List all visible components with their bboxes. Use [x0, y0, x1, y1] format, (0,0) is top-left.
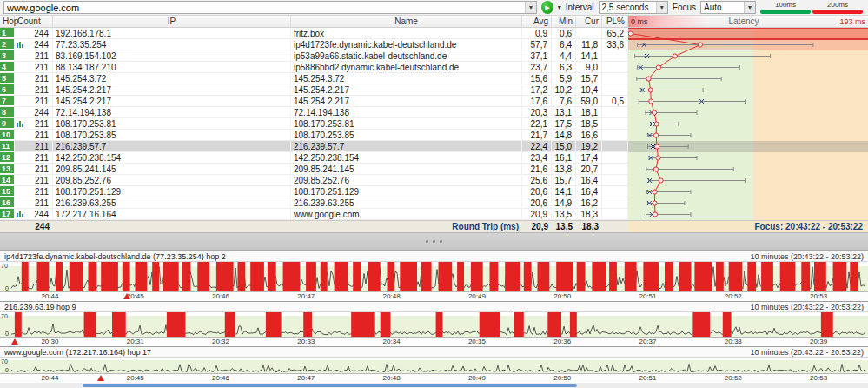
time-tick-label: 20:50: [553, 292, 571, 300]
focus-range-label: Focus: 20:43:22 - 20:53:22: [628, 221, 868, 232]
pl-cell: [602, 152, 628, 163]
footer-pl-cell: [602, 221, 628, 232]
time-tick-label: 20:39: [810, 338, 827, 345]
min-cell: 15,0: [552, 141, 576, 151]
pl-cell: [602, 107, 628, 117]
table-row[interactable]: 321183.169.154.102ip53a99a66.static.kabe…: [0, 50, 868, 62]
avg-cell: 0,9: [522, 28, 552, 38]
min-cell: 13,8: [552, 164, 576, 174]
time-tick-label: 20:46: [212, 292, 229, 300]
cur-cell: 16,4: [576, 186, 602, 197]
timeline-plot[interactable]: 700: [0, 312, 868, 337]
focus-dropdown-arrow-icon[interactable]: ▾: [744, 2, 755, 13]
table-row[interactable]: 10211108.170.253.85108.170.253.8521,714,…: [0, 130, 868, 141]
table-row[interactable]: 16211216.239.63.255216.239.63.25520,614,…: [0, 197, 868, 209]
time-tick-label: 20:35: [468, 338, 486, 345]
latency-cell: [628, 186, 868, 197]
cur-cell: 17,4: [576, 152, 602, 163]
avg-cell: 37,1: [522, 50, 552, 61]
pl-cell: [602, 84, 628, 95]
avg-cell: 20,6: [522, 186, 552, 197]
min-cell: 17,5: [552, 118, 576, 129]
latency-cell: [628, 118, 868, 129]
count-cell: 244: [15, 39, 53, 50]
min-cell: 7,6: [552, 96, 576, 106]
summary-row: 244 Round Trip (ms) 20,9 13,5 18,3 Focus…: [0, 220, 868, 232]
focus-value: Auto: [701, 3, 744, 12]
ip-cell: 77.23.35.254: [53, 39, 291, 50]
table-row[interactable]: 6211145.254.2.217145.254.2.21717,210,210…: [0, 84, 868, 96]
graph-indicator-icon: [17, 120, 23, 128]
min-cell: 14,9: [552, 197, 576, 208]
table-row[interactable]: 224477.23.35.254ip4d1723fe.dynamic.kabel…: [0, 39, 868, 50]
timeline-plot[interactable]: 700: [0, 358, 868, 373]
table-row[interactable]: 11211216.239.57.7216.239.57.722,415,019,…: [0, 141, 868, 152]
timeline-scrollbar-thumb[interactable]: [83, 384, 577, 387]
table-row[interactable]: 14211209.85.252.76209.85.252.7625,615,71…: [0, 175, 868, 186]
name-cell: 145.254.3.72: [291, 73, 522, 84]
ip-cell: 192.168.178.1: [53, 28, 291, 38]
name-cell: 145.254.2.217: [291, 84, 522, 95]
cur-cell: 20,7: [576, 164, 602, 174]
table-row[interactable]: 13211209.85.241.145209.85.241.14521,613,…: [0, 164, 868, 175]
min-cell: 6,4: [552, 39, 576, 50]
count-cell: 211: [15, 164, 53, 174]
ip-cell: 209.85.241.145: [53, 164, 291, 174]
latency-cell: [628, 107, 868, 117]
ip-cell: 145.254.3.72: [53, 73, 291, 84]
play-icon: ▶: [545, 4, 549, 11]
table-row[interactable]: 1244192.168.178.1fritz.box0,90,665,2: [0, 28, 868, 39]
interval-combobox[interactable]: 2,5 seconds ▾: [599, 1, 668, 14]
hop-cell: 14: [0, 175, 15, 185]
start-trace-button[interactable]: ▶: [541, 1, 553, 14]
time-tick-label: 20:48: [383, 374, 401, 382]
table-row[interactable]: 5211145.254.3.72145.254.3.7215,65,915,7: [0, 73, 868, 84]
hop-cell: 13: [0, 164, 15, 174]
count-cell: 244: [15, 209, 53, 219]
header-count: Count: [15, 16, 53, 27]
time-tick-label: 20:32: [212, 338, 229, 345]
table-row[interactable]: 824472.14.194.13872.14.194.13820,313,118…: [0, 107, 868, 118]
focus-combobox[interactable]: Auto ▾: [700, 1, 756, 14]
packet-loss-bars: [22, 262, 858, 291]
count-cell: 244: [15, 28, 53, 38]
y-axis-max-label: 70: [1, 313, 8, 319]
interval-dropdown-arrow-icon[interactable]: ▾: [656, 2, 667, 13]
target-dropdown-arrow-icon[interactable]: ▾: [525, 2, 536, 13]
timeline-title: 216.239.63.19 hop 9: [4, 303, 76, 311]
ip-cell: 142.250.238.154: [53, 152, 291, 163]
timeline-plot[interactable]: 700: [0, 262, 868, 291]
timeline-range-label: 10 minutes (20:43:22 - 20:53:22): [750, 303, 864, 311]
table-row[interactable]: 9211108.170.253.81108.170.253.8122,117,5…: [0, 118, 868, 130]
y-axis-min-label: 0: [5, 331, 9, 337]
splitter-dot-icon: [426, 240, 428, 243]
hop-cell: 1: [0, 28, 15, 38]
pl-cell: 33,6: [602, 39, 628, 50]
timeline-graphs: ip4d1723fe.dynamic.kabel-deutschland.de …: [0, 251, 868, 383]
table-row[interactable]: 421188.134.187.210ip5886bbd2.dynamic.kab…: [0, 62, 868, 73]
table-row[interactable]: 12211142.250.238.154142.250.238.15423,41…: [0, 152, 868, 164]
table-row[interactable]: 15211108.170.251.129108.170.251.12920,61…: [0, 186, 868, 197]
timeline-scrollbar[interactable]: [0, 383, 868, 388]
min-cell: 15,7: [552, 175, 576, 185]
legend-100ms-label: 100ms: [775, 2, 796, 9]
table-row[interactable]: 17244172.217.16.164www.google.com20,913,…: [0, 209, 868, 220]
time-tick-label: 20:33: [297, 338, 315, 345]
cur-cell: 10,4: [576, 84, 602, 95]
table-row[interactable]: 7211145.254.2.217145.254.2.21717,67,659,…: [0, 96, 868, 107]
hop-cell: 16: [0, 197, 15, 208]
name-cell: 142.250.238.154: [291, 152, 522, 163]
ip-cell: 216.239.63.255: [53, 197, 291, 208]
toolbar: ▾ ▶ ▾ Interval 2,5 seconds ▾ Focus Auto …: [0, 0, 868, 16]
target-combobox[interactable]: ▾: [3, 1, 537, 14]
trace-options-dropdown-icon[interactable]: ▾: [558, 3, 561, 11]
ip-cell: 216.239.57.7: [53, 141, 291, 151]
latency-cell: [628, 197, 868, 208]
pane-splitter[interactable]: [0, 232, 868, 251]
time-tick-label: 20:34: [383, 338, 401, 345]
latency-title: Latency: [728, 17, 759, 26]
target-input[interactable]: [4, 2, 525, 13]
graph-indicator-icon: [17, 41, 23, 49]
name-cell: 108.170.253.85: [291, 130, 522, 140]
hop-cell: 3: [0, 50, 15, 61]
